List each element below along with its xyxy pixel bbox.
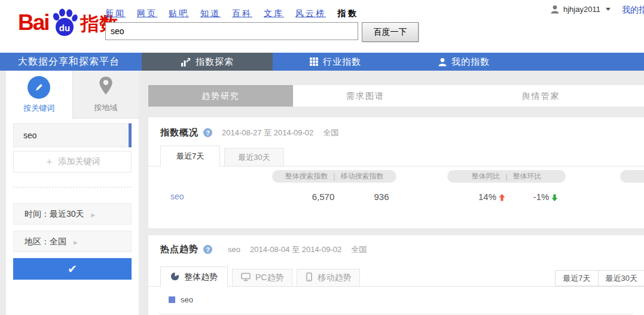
- mobile-search-index-value: 936: [346, 192, 417, 202]
- trend-tab-overall[interactable]: 整体趋势: [160, 266, 228, 287]
- section-title: 热点趋势: [160, 244, 199, 255]
- nav-item-label: 行业指数: [323, 56, 361, 68]
- time-filter[interactable]: 时间：最近30天 ▶: [13, 203, 132, 225]
- checkmark-icon: ✔: [68, 262, 77, 276]
- pie-chart-icon: [170, 272, 179, 283]
- top-nav-news[interactable]: 新闻: [105, 8, 126, 19]
- sidebar: 按关键词 按地域 seo ＋ 添加关键词 时间：最近30天 ▶: [6, 71, 139, 315]
- chart-legend: seo: [169, 295, 193, 304]
- research-tabs: 趋势研究 需求图谱 舆情管家: [148, 85, 644, 107]
- user-area[interactable]: hjhjay2011: [551, 5, 611, 14]
- add-keyword-label: 添加关键词: [59, 156, 100, 167]
- overall-search-index-header: 整体搜索指数: [285, 171, 328, 181]
- sidebar-tab-label: 按地域: [94, 102, 117, 113]
- search-input[interactable]: [105, 22, 358, 40]
- index-overview-card: 指数概况 ? 2014-08-27 至 2014-09-02 全国 最近7天 最…: [148, 117, 644, 228]
- overview-data-row: seo 6,570 936 14% -1%: [148, 192, 644, 207]
- top-nav-zhidao[interactable]: 知道: [200, 8, 221, 19]
- trend-tab-mobile[interactable]: 移动趋势: [297, 269, 360, 287]
- user-dropdown-caret-icon[interactable]: [606, 8, 611, 11]
- trend-range-buttons: 最近7天 最近30天: [555, 270, 644, 286]
- sidebar-tab-label: 按关键词: [23, 103, 54, 114]
- nav-item-label: 指数探索: [196, 56, 234, 68]
- trend-date-range: 2014-08-04 至 2014-09-02: [250, 244, 341, 255]
- clipped-header-pill: [620, 170, 644, 183]
- chart-top-gridline: [159, 314, 633, 314]
- region-filter-label: 地区：全国: [25, 237, 66, 246]
- logo-text-bai: Bai: [18, 8, 49, 37]
- caret-right-icon: ▶: [74, 240, 78, 246]
- arrow-up-icon: [499, 192, 505, 202]
- sidebar-body: seo ＋ 添加关键词 时间：最近30天 ▶ 地区：全国 ▶ ✔: [6, 123, 139, 280]
- trend-tab-label: 整体趋势: [184, 272, 218, 283]
- trend-keyword: seo: [228, 245, 240, 254]
- overview-tab-last7days[interactable]: 最近7天: [160, 146, 220, 166]
- search-index-header-pill: 整体搜索指数 | 移动搜索指数: [272, 170, 396, 183]
- pencil-icon: [28, 76, 50, 99]
- caret-right-icon: ▶: [91, 212, 95, 218]
- arrow-down-icon: [551, 192, 558, 202]
- mom-value: -1%: [508, 192, 583, 202]
- top-nav-fengyunbang[interactable]: 风云榜: [295, 8, 326, 19]
- monitor-icon: [241, 272, 251, 283]
- top-nav-web[interactable]: 网页: [137, 8, 157, 19]
- yoy-number: 14%: [478, 192, 496, 202]
- map-pin-icon: [97, 76, 114, 98]
- overview-title-row: 指数概况 ? 2014-08-27 至 2014-09-02 全国: [148, 117, 644, 138]
- sidebar-divider: [13, 187, 132, 187]
- baidu-search-button[interactable]: 百度一下: [362, 22, 419, 42]
- person-icon: [438, 57, 447, 66]
- add-keyword-button[interactable]: ＋ 添加关键词: [13, 151, 132, 172]
- region-filter[interactable]: 地区：全国 ▶: [13, 231, 132, 252]
- nav-item-label: 我的指数: [451, 56, 490, 68]
- trend-title-row: 热点趋势 ? seo 2014-08-04 至 2014-09-02 全国: [148, 235, 644, 255]
- pill-divider: |: [505, 172, 507, 181]
- trend-btn-last30days[interactable]: 最近30天: [598, 271, 644, 286]
- help-icon[interactable]: ?: [203, 128, 212, 137]
- nav-item-my-index[interactable]: 我的指数: [398, 53, 530, 71]
- trend-tab-label: PC趋势: [255, 272, 283, 283]
- my-index-link[interactable]: 我的指数: [622, 5, 644, 16]
- hot-trend-card: 热点趋势 ? seo 2014-08-04 至 2014-09-02 全国 整体…: [148, 235, 644, 315]
- sidebar-tab-by-keyword[interactable]: 按关键词: [6, 71, 72, 119]
- overview-date-range: 2014-08-27 至 2014-09-02: [222, 128, 313, 138]
- time-filter-label: 时间：最近30天: [25, 209, 84, 219]
- tab-demand-map[interactable]: 需求图谱: [293, 85, 438, 107]
- yoy-header: 整体同比: [471, 171, 500, 181]
- top-nav-wenku[interactable]: 文库: [264, 8, 284, 19]
- trend-region: 全国: [351, 244, 367, 255]
- tab-sentiment-manager[interactable]: 舆情管家: [438, 85, 644, 107]
- content-area: 按关键词 按地域 seo ＋ 添加关键词 时间：最近30天 ▶: [0, 71, 644, 315]
- username: hjhjay2011: [563, 5, 600, 14]
- keyword-item-label: seo: [23, 131, 37, 140]
- trend-tab-label: 移动趋势: [318, 272, 351, 283]
- tab-trend-research[interactable]: 趋势研究: [148, 85, 293, 107]
- help-icon[interactable]: ?: [203, 245, 212, 254]
- comparison-header-pill: 整体同比 | 整体环比: [447, 170, 566, 183]
- sidebar-tab-by-region[interactable]: 按地域: [72, 71, 139, 119]
- overview-tab-last30days[interactable]: 最近30天: [224, 148, 283, 166]
- trend-btn-last7days[interactable]: 最近7天: [556, 271, 597, 286]
- top-nav: 新闻 网页 贴吧 知道 百科 文库 风云榜 指数: [105, 8, 359, 19]
- search-bar: 百度一下: [105, 22, 419, 42]
- navbar-filler: [530, 53, 644, 71]
- keyword-active-bar: [129, 123, 132, 147]
- confirm-button[interactable]: ✔: [13, 258, 132, 280]
- page-header: Bai du 指数 新闻 网页 贴吧 知道 百科 文库 风云榜 指数 百度一下: [0, 0, 644, 53]
- nav-item-industry-index[interactable]: 行业指数: [273, 53, 398, 71]
- svg-text:du: du: [59, 23, 69, 33]
- trend-type-tabs: 整体趋势 PC趋势 移动趋势: [160, 266, 360, 287]
- section-title: 指数概况: [160, 127, 199, 138]
- row-keyword-link[interactable]: seo: [170, 192, 184, 201]
- baidu-logo[interactable]: Bai du 指数: [18, 7, 119, 37]
- keyword-item[interactable]: seo: [13, 123, 132, 147]
- overview-region: 全国: [323, 128, 338, 138]
- top-nav-tieba[interactable]: 贴吧: [169, 8, 189, 19]
- nav-item-index-explore[interactable]: 指数探索: [142, 53, 273, 71]
- mom-number: -1%: [533, 192, 550, 202]
- sidebar-mode-tabs: 按关键词 按地域: [6, 71, 139, 119]
- overview-range-tabs: 最近7天 最近30天: [160, 146, 284, 166]
- top-nav-baike[interactable]: 百科: [232, 8, 252, 19]
- trend-tab-pc[interactable]: PC趋势: [232, 269, 292, 287]
- phone-icon: [306, 272, 313, 283]
